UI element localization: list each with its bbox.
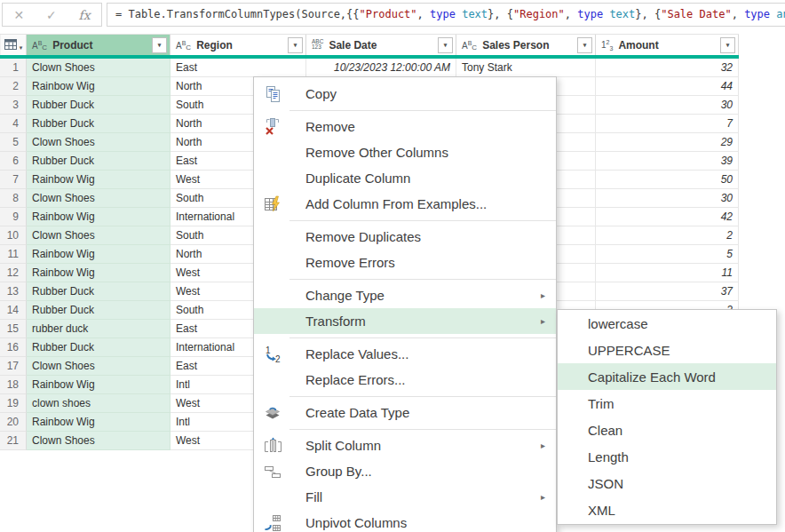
menu-item-change-type[interactable]: Change Type▸ <box>254 282 556 308</box>
menu-item-group-by[interactable]: Group By... <box>254 458 556 484</box>
cell-amount[interactable]: 7 <box>596 115 739 133</box>
submenu-item-length[interactable]: Length <box>558 443 776 470</box>
cell-product[interactable]: Rubber Duck <box>27 301 170 320</box>
cell-product[interactable]: Clown Shoes <box>27 357 170 376</box>
cell-product[interactable]: Rainbow Wig <box>27 376 170 394</box>
cell-amount[interactable]: 37 <box>596 282 739 301</box>
row-number[interactable]: 2 <box>0 77 27 96</box>
cell-amount[interactable]: 5 <box>596 245 739 264</box>
any-type-icon[interactable]: ABC123 <box>312 39 323 52</box>
cell-amount[interactable]: 29 <box>596 133 739 152</box>
cell-product[interactable]: Rainbow Wig <box>27 413 170 432</box>
row-number[interactable]: 4 <box>0 115 27 133</box>
check-icon[interactable]: ✓ <box>46 8 57 22</box>
row-number[interactable]: 13 <box>0 282 27 301</box>
row-number[interactable]: 3 <box>0 96 27 115</box>
row-number[interactable]: 11 <box>0 245 27 264</box>
text-type-icon[interactable]: ABC <box>176 39 191 52</box>
column-header-sales-person[interactable]: ABCSales Person▾ <box>456 35 596 55</box>
menu-item-duplicate-column[interactable]: Duplicate Column <box>254 165 556 191</box>
row-number[interactable]: 19 <box>0 394 27 413</box>
cell-product[interactable]: Rainbow Wig <box>27 245 170 264</box>
number-type-icon[interactable]: 123 <box>601 38 613 52</box>
row-number[interactable]: 8 <box>0 189 27 208</box>
submenu-item-lowercase[interactable]: lowercase <box>558 310 776 337</box>
filter-dropdown-button[interactable]: ▾ <box>152 37 167 53</box>
cell-product[interactable]: Clown Shoes <box>27 133 170 152</box>
cell-product[interactable]: Clown Shoes <box>27 226 170 245</box>
row-number[interactable]: 17 <box>0 357 27 376</box>
row-number[interactable]: 5 <box>0 133 27 152</box>
menu-item-remove[interactable]: Remove <box>254 114 556 139</box>
cell-amount[interactable]: 30 <box>596 96 739 115</box>
cell-product[interactable]: rubber duck <box>27 320 170 338</box>
submenu-item-json[interactable]: JSON <box>558 470 776 496</box>
submenu-item-xml[interactable]: XML <box>558 496 776 523</box>
cell-product[interactable]: Clown Shoes <box>27 189 170 208</box>
submenu-item-trim[interactable]: Trim <box>558 390 776 417</box>
cell-product[interactable]: Rubber Duck <box>27 96 170 115</box>
row-number[interactable]: 9 <box>0 208 27 226</box>
text-type-icon[interactable]: ABC <box>32 39 47 52</box>
submenu-item-uppercase[interactable]: UPPERCASE <box>558 337 776 363</box>
column-header-product[interactable]: ABCProduct▾ <box>27 35 170 55</box>
menu-item-create-data-type[interactable]: Create Data Type <box>254 400 556 425</box>
menu-item-transform[interactable]: Transform▸ <box>254 308 556 334</box>
menu-item-split-column[interactable]: Split Column▸ <box>254 433 556 458</box>
cell-sales-person[interactable]: Tony Stark <box>456 59 596 77</box>
column-header-sale-date[interactable]: ABC123Sale Date▾ <box>306 35 456 55</box>
cell-amount[interactable]: 44 <box>596 77 739 96</box>
menu-item-copy[interactable]: Copy <box>254 81 556 107</box>
row-number[interactable]: 14 <box>0 301 27 320</box>
filter-dropdown-button[interactable]: ▾ <box>720 37 735 53</box>
row-number[interactable]: 7 <box>0 171 27 189</box>
cell-amount[interactable]: 30 <box>596 189 739 208</box>
text-type-icon[interactable]: ABC <box>462 39 477 52</box>
menu-item-add-column-from-examples[interactable]: Add Column From Examples... <box>254 191 556 217</box>
cell-product[interactable]: Rubber Duck <box>27 115 170 133</box>
row-number[interactable]: 10 <box>0 226 27 245</box>
cell-product[interactable]: Rubber Duck <box>27 338 170 357</box>
menu-item-replace-errors[interactable]: Replace Errors... <box>254 367 556 393</box>
fx-icon[interactable]: fx <box>79 8 91 22</box>
row-number[interactable]: 15 <box>0 320 27 338</box>
cell-amount[interactable]: 39 <box>596 152 739 171</box>
menu-item-remove-duplicates[interactable]: Remove Duplicates <box>254 224 556 250</box>
cell-product[interactable]: Rainbow Wig <box>27 264 170 282</box>
cell-amount[interactable]: 50 <box>596 171 739 189</box>
cell-product[interactable]: Rainbow Wig <box>27 171 170 189</box>
cancel-icon[interactable]: ✕ <box>13 8 24 22</box>
row-number[interactable]: 20 <box>0 413 27 432</box>
cell-product[interactable]: Rainbow Wig <box>27 208 170 226</box>
cell-product[interactable]: Rubber Duck <box>27 152 170 171</box>
cell-amount[interactable]: 42 <box>596 208 739 226</box>
formula-input[interactable]: = Table.TransformColumnTypes(Source,{{"P… <box>107 3 785 27</box>
filter-dropdown-button[interactable]: ▾ <box>288 37 303 53</box>
row-number[interactable]: 12 <box>0 264 27 282</box>
filter-dropdown-button[interactable]: ▾ <box>438 37 453 53</box>
column-header-amount[interactable]: 123Amount▾ <box>596 35 739 55</box>
submenu-item-clean[interactable]: Clean <box>558 417 776 443</box>
menu-item-remove-other-columns[interactable]: Remove Other Columns <box>254 139 556 165</box>
menu-item-remove-errors[interactable]: Remove Errors <box>254 250 556 275</box>
menu-item-unpivot-columns[interactable]: Unpivot Columns <box>254 510 556 532</box>
cell-sale-date[interactable]: 10/23/2023 12:00:00 AM <box>306 59 456 77</box>
table-select-button[interactable]: ▾ <box>0 35 27 55</box>
menu-item-replace-values[interactable]: 12Replace Values... <box>254 341 556 367</box>
cell-amount[interactable]: 32 <box>596 59 739 77</box>
row-number[interactable]: 16 <box>0 338 27 357</box>
cell-product[interactable]: clown shoes <box>27 394 170 413</box>
cell-product[interactable]: Rubber Duck <box>27 282 170 301</box>
cell-product[interactable]: Rainbow Wig <box>27 77 170 96</box>
cell-amount[interactable]: 11 <box>596 264 739 282</box>
row-number[interactable]: 1 <box>0 59 27 77</box>
cell-amount[interactable]: 2 <box>596 226 739 245</box>
row-number[interactable]: 6 <box>0 152 27 171</box>
row-number[interactable]: 21 <box>0 432 27 450</box>
row-number[interactable]: 18 <box>0 376 27 394</box>
submenu-item-capitalize-each-word[interactable]: Capitalize Each Word <box>558 363 776 390</box>
cell-product[interactable]: Clown Shoes <box>27 59 170 77</box>
menu-item-fill[interactable]: Fill▸ <box>254 484 556 510</box>
cell-region[interactable]: East <box>170 59 306 77</box>
filter-dropdown-button[interactable]: ▾ <box>577 37 592 53</box>
